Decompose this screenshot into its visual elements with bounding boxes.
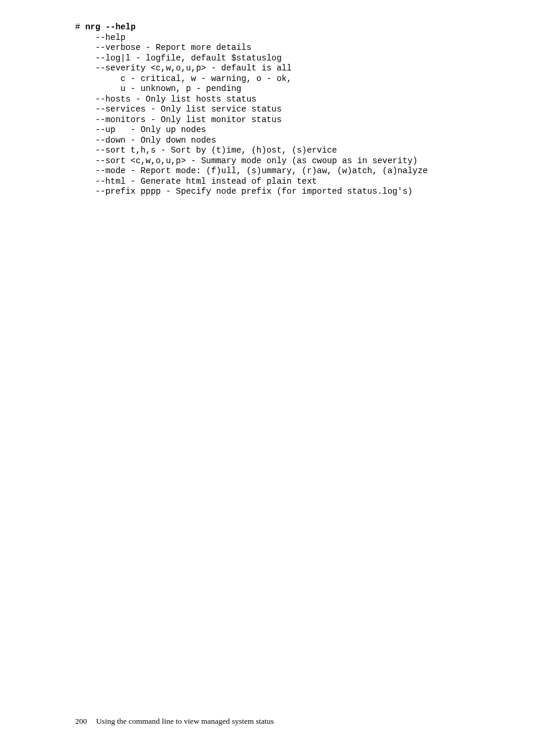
help-line: --services - Only list service status — [75, 104, 282, 114]
command-text: nrg --help — [85, 22, 136, 32]
help-line: --severity <c,w,o,u,p> - default is all — [75, 63, 292, 73]
help-line: --help — [75, 33, 126, 42]
help-line: --monitors - Only list monitor status — [75, 115, 282, 124]
page-number: 200 — [75, 717, 87, 725]
page-footer: 200 Using the command line to view manag… — [75, 717, 274, 726]
help-line: --log|l - logfile, default $statuslog — [75, 53, 282, 63]
help-line: --html - Generate html instead of plain … — [75, 177, 317, 186]
help-line: --verbose - Report more details — [75, 43, 251, 52]
help-line: --hosts - Only list hosts status — [75, 94, 257, 104]
footer-title: Using the command line to view managed s… — [96, 717, 274, 725]
help-line: c - critical, w - warning, o - ok, — [75, 74, 292, 83]
help-line: u - unknown, p - pending — [75, 84, 241, 93]
help-line: --sort <c,w,o,u,p> - Summary mode only (… — [75, 156, 417, 166]
help-line: --sort t,h,s - Sort by (t)ime, (h)ost, (… — [75, 146, 337, 155]
help-line: --mode - Report mode: (f)ull, (s)ummary,… — [75, 166, 428, 175]
help-line: --prefix pppp - Specify node prefix (for… — [75, 187, 413, 196]
help-output-code-block: # nrg --help --help --verbose - Report m… — [75, 22, 428, 197]
shell-prompt: # — [75, 22, 85, 32]
help-line: --down - Only down nodes — [75, 136, 216, 145]
help-line: --up - Only up nodes — [75, 125, 206, 134]
document-page: # nrg --help --help --verbose - Report m… — [0, 0, 560, 746]
